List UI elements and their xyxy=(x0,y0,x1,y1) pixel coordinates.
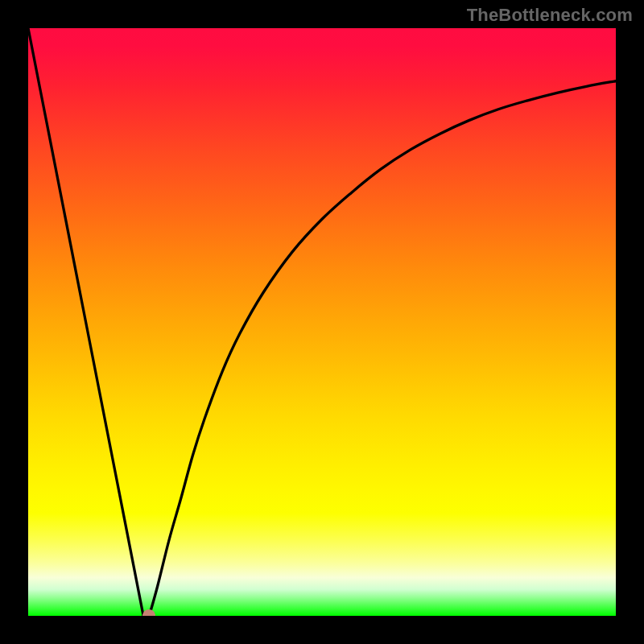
attribution-label: TheBottleneck.com xyxy=(467,5,633,26)
curve-layer xyxy=(28,28,616,616)
plot-area xyxy=(28,28,616,616)
chart-frame: TheBottleneck.com xyxy=(0,0,644,644)
bottleneck-curve xyxy=(28,28,616,616)
